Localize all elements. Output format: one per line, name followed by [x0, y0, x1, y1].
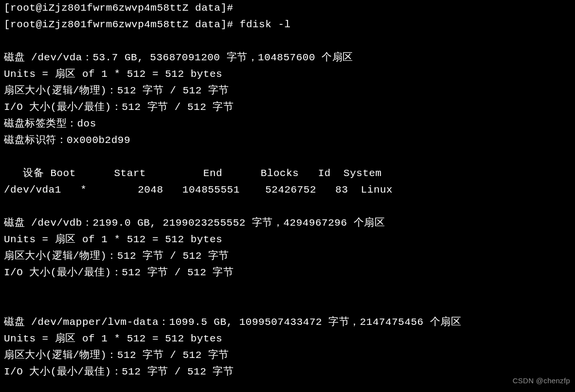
watermark-text: CSDN @chenzfp	[513, 373, 570, 389]
terminal-output[interactable]: [root@iZjz801fwrm6zwvp4m58ttZ data]# [ro…	[0, 0, 575, 380]
